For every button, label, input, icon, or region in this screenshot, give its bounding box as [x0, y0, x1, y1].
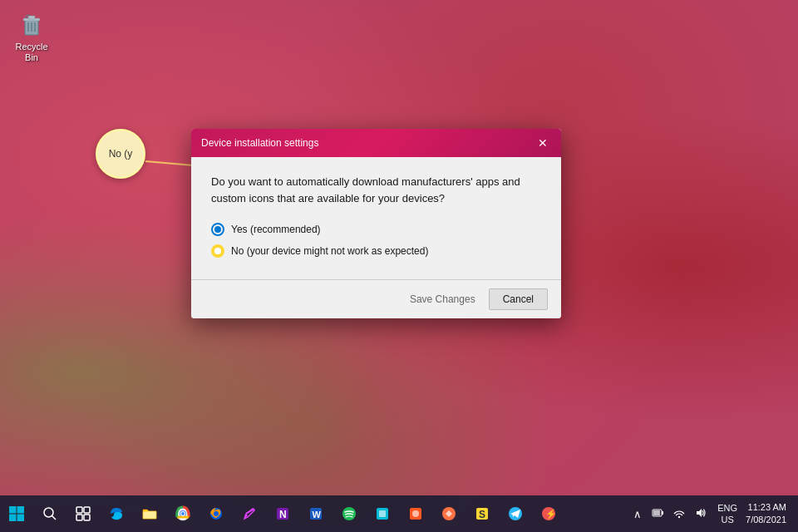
taskbar-volume-icon[interactable] — [692, 507, 709, 521]
svg-rect-2 — [28, 16, 35, 19]
svg-rect-14 — [76, 515, 82, 520]
dialog-titlebar: Device installation settings ✕ — [191, 129, 561, 157]
taskbar-word-icon[interactable]: W — [299, 495, 332, 532]
taskbar-telegram-icon[interactable] — [499, 495, 532, 532]
cancel-button[interactable]: Cancel — [489, 288, 548, 310]
svg-text:N: N — [279, 509, 287, 520]
radio-yes-option[interactable]: Yes (recommended) — [211, 223, 541, 236]
svg-line-11 — [52, 516, 57, 520]
svg-text:S: S — [479, 509, 485, 520]
svg-rect-41 — [653, 510, 660, 515]
radio-no-option[interactable]: No (your device might not work as expect… — [211, 244, 541, 258]
svg-rect-16 — [143, 511, 156, 519]
recycle-bin-icon[interactable]: Recycle Bin — [7, 7, 57, 66]
taskbar-battery-icon[interactable] — [649, 507, 666, 521]
svg-marker-43 — [697, 509, 702, 517]
taskbar-system-tray: ∧ — [631, 501, 798, 527]
svg-point-22 — [214, 511, 219, 516]
save-changes-button[interactable]: Save Changes — [403, 290, 482, 308]
svg-point-20 — [181, 512, 185, 515]
taskbar-pen-icon[interactable] — [233, 495, 266, 532]
taskbar-app1-icon[interactable] — [366, 495, 399, 532]
taskbar-show-hidden-icon[interactable]: ∧ — [631, 508, 644, 520]
svg-point-32 — [412, 510, 419, 517]
desktop: Recycle Bin No (y Device installation se… — [0, 0, 798, 532]
callout-text: No (y — [109, 148, 133, 160]
recycle-bin-label: Recycle Bin — [10, 42, 53, 63]
svg-point-10 — [44, 508, 53, 517]
taskbar: N W — [0, 495, 798, 532]
taskbar-edge-icon[interactable] — [100, 495, 133, 532]
svg-rect-15 — [84, 515, 90, 520]
taskbar-onenote-icon[interactable]: N — [266, 495, 299, 532]
svg-rect-9 — [17, 515, 25, 522]
dialog-question: Do you want to automatically download ma… — [211, 174, 541, 206]
taskbar-task-view[interactable] — [66, 495, 100, 532]
taskbar-explorer-icon[interactable] — [133, 495, 166, 532]
svg-rect-40 — [662, 511, 663, 515]
device-installation-dialog: Device installation settings ✕ Do you wa… — [191, 129, 561, 318]
taskbar-app5-icon[interactable]: ⚡ — [532, 495, 565, 532]
taskbar-start-button[interactable] — [0, 495, 33, 532]
callout-circle: No (y — [96, 129, 145, 179]
taskbar-language-indicator[interactable]: ENG US — [714, 502, 741, 526]
taskbar-date: 7/08/2021 — [746, 514, 786, 526]
taskbar-spotify-icon[interactable] — [332, 495, 366, 532]
svg-rect-13 — [84, 507, 90, 513]
radio-no-input[interactable] — [211, 244, 224, 258]
radio-no-label: No (your device might not work as expect… — [231, 245, 428, 257]
radio-yes-label: Yes (recommended) — [231, 224, 321, 235]
svg-rect-12 — [76, 507, 82, 513]
svg-rect-6 — [9, 506, 17, 514]
recycle-bin-graphic — [17, 10, 47, 40]
svg-rect-8 — [9, 515, 17, 522]
taskbar-search-button[interactable] — [33, 495, 66, 532]
dialog-footer: Save Changes Cancel — [191, 279, 561, 318]
taskbar-time: 11:23 AM — [746, 501, 786, 514]
dialog-content: Do you want to automatically download ma… — [191, 157, 561, 279]
taskbar-app4-icon[interactable]: S — [466, 495, 499, 532]
svg-rect-30 — [379, 510, 386, 517]
svg-rect-7 — [17, 506, 25, 514]
taskbar-firefox-icon[interactable] — [200, 495, 233, 532]
dialog-close-button[interactable]: ✕ — [534, 135, 551, 151]
taskbar-clock[interactable]: 11:23 AM 7/08/2021 — [746, 501, 791, 527]
radio-yes-input[interactable] — [211, 223, 224, 236]
taskbar-network-icon[interactable] — [671, 507, 687, 521]
taskbar-chrome-icon[interactable] — [166, 495, 200, 532]
svg-text:W: W — [313, 510, 322, 520]
taskbar-app2-icon[interactable] — [399, 495, 432, 532]
dialog-title: Device installation settings — [201, 137, 318, 149]
taskbar-app3-icon[interactable] — [432, 495, 466, 532]
svg-text:⚡: ⚡ — [545, 508, 557, 520]
svg-point-42 — [678, 515, 680, 517]
